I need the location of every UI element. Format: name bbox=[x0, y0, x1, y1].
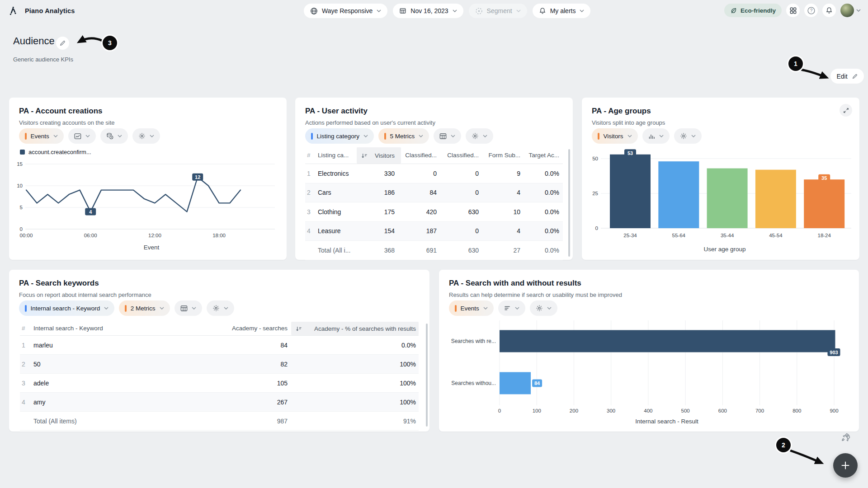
svg-text:53: 53 bbox=[627, 150, 633, 156]
column-header[interactable]: Academy - searches bbox=[187, 322, 291, 335]
card-title: PA - Account creations bbox=[19, 107, 277, 116]
chart-type-pill[interactable] bbox=[642, 128, 670, 144]
notifications-button[interactable] bbox=[822, 4, 836, 17]
svg-text:10: 10 bbox=[17, 183, 23, 188]
column-header[interactable]: Classified... bbox=[401, 147, 443, 164]
help-button[interactable]: ? bbox=[804, 4, 818, 17]
bell-icon bbox=[826, 7, 833, 14]
user-activity-table: #Listing ca...VisitorsClassified...Class… bbox=[305, 147, 563, 260]
table-cell: 50 bbox=[33, 361, 187, 368]
gear-icon bbox=[536, 305, 543, 312]
chart-type-pill[interactable] bbox=[434, 128, 461, 144]
table-cell: 0 bbox=[401, 170, 443, 177]
table-scrollbar[interactable] bbox=[426, 324, 428, 427]
card-controls: Events bbox=[449, 300, 557, 316]
table-cell: 630 bbox=[443, 247, 485, 254]
chart-type-pill[interactable] bbox=[498, 300, 525, 316]
table-cell: 3 bbox=[20, 380, 33, 387]
segment-label: Segment bbox=[487, 7, 512, 14]
svg-text:600: 600 bbox=[718, 408, 727, 413]
brand-area: Piano Analytics bbox=[9, 0, 75, 22]
table-cell: 0.0% bbox=[527, 247, 563, 254]
table-header-row: #Listing ca...VisitorsClassified...Class… bbox=[305, 147, 563, 164]
user-menu[interactable] bbox=[840, 4, 861, 17]
metric-color-bar bbox=[455, 305, 457, 312]
add-widget-fab[interactable] bbox=[833, 453, 858, 478]
column-header[interactable]: Target Ac... bbox=[527, 147, 563, 164]
segment-selector[interactable]: Segment bbox=[469, 4, 527, 18]
apps-grid-button[interactable] bbox=[786, 4, 800, 17]
svg-text:0: 0 bbox=[498, 408, 501, 413]
table-scrollbar[interactable] bbox=[568, 149, 570, 257]
column-header[interactable]: # bbox=[305, 147, 318, 164]
settings-pill[interactable] bbox=[530, 300, 557, 316]
date-picker[interactable]: Nov 16, 2023 bbox=[393, 4, 463, 18]
column-header[interactable]: Academy - % of searches with results bbox=[291, 322, 419, 335]
metric-pill-label: Visitors bbox=[604, 133, 623, 140]
metric-color-bar bbox=[384, 133, 386, 140]
settings-pill[interactable] bbox=[207, 300, 234, 316]
chevron-down-icon bbox=[451, 135, 455, 137]
chart-type-pill[interactable] bbox=[175, 300, 202, 316]
svg-text:200: 200 bbox=[570, 408, 578, 413]
rocket-icon bbox=[839, 432, 852, 445]
svg-text:?: ? bbox=[810, 8, 812, 13]
chevron-down-icon bbox=[453, 9, 457, 12]
dimension-color-bar bbox=[25, 305, 27, 312]
column-header[interactable]: Internal search - Keyword bbox=[33, 322, 187, 335]
table-cell: 4 bbox=[20, 399, 33, 406]
chevron-down-icon bbox=[691, 135, 696, 137]
card-user-activity: PA - User activity Actions performed bas… bbox=[295, 98, 573, 260]
chart-type-pill[interactable] bbox=[68, 128, 96, 144]
column-header[interactable]: Classified... bbox=[443, 147, 485, 164]
gear-icon bbox=[472, 132, 479, 140]
site-selector[interactable]: Waye Responsive bbox=[304, 4, 387, 18]
column-header[interactable]: # bbox=[20, 322, 33, 335]
settings-pill[interactable] bbox=[674, 128, 702, 144]
metric-pill-5-metrics[interactable]: 5 Metrics bbox=[378, 128, 429, 144]
data-source-clock-icon bbox=[106, 132, 113, 140]
table-cell: 3 bbox=[305, 208, 318, 216]
dimension-pill-listing-category[interactable]: Listing category bbox=[305, 128, 374, 144]
svg-text:15: 15 bbox=[17, 161, 23, 167]
my-alerts-selector[interactable]: My alerts bbox=[533, 4, 591, 18]
dimension-pill-internal-search-keyword[interactable]: Internal search - Keyword bbox=[19, 300, 114, 316]
settings-pill[interactable] bbox=[466, 128, 493, 144]
column-header[interactable]: Visitors bbox=[357, 147, 401, 164]
chevron-down-icon bbox=[150, 135, 154, 137]
card-search-keywords: PA - Search keywords Focus on report abo… bbox=[9, 270, 429, 432]
column-header[interactable]: Listing ca... bbox=[318, 147, 357, 164]
card-subtitle: Results can help determine if search or … bbox=[449, 291, 849, 298]
table-cell: 4 bbox=[485, 227, 527, 235]
metric-pill-2-metrics[interactable]: 2 Metrics bbox=[119, 300, 170, 316]
chevron-down-icon bbox=[483, 307, 488, 310]
dimension-pill-label: Internal search - Keyword bbox=[31, 305, 100, 312]
chevron-down-icon bbox=[104, 307, 108, 310]
gear-icon bbox=[212, 305, 220, 312]
svg-text:100: 100 bbox=[533, 408, 541, 413]
table-cell: Total (All i... bbox=[318, 247, 357, 254]
table-cell: 330 bbox=[357, 170, 401, 177]
expand-button[interactable] bbox=[840, 104, 852, 117]
legend-label: account.createconfirm... bbox=[28, 149, 91, 155]
data-source-pill[interactable] bbox=[100, 128, 128, 144]
table-row: 4Leasure154187040.0% bbox=[305, 222, 563, 241]
settings-pill[interactable] bbox=[132, 128, 160, 144]
eco-friendly-label: Eco-friendly bbox=[741, 7, 776, 14]
chevron-down-icon bbox=[659, 135, 664, 137]
edit-title-button[interactable] bbox=[56, 37, 69, 50]
annotation-arrow-2 bbox=[790, 450, 821, 463]
column-header[interactable]: Form Sub... bbox=[485, 147, 527, 164]
horizontal-bars-icon bbox=[504, 305, 511, 311]
metric-pill-visitors[interactable]: Visitors bbox=[592, 128, 638, 144]
eco-friendly-badge[interactable]: Eco-friendly bbox=[724, 4, 782, 17]
metric-pill-events[interactable]: Events bbox=[449, 300, 494, 316]
svg-text:25: 25 bbox=[592, 191, 598, 196]
svg-text:0: 0 bbox=[595, 225, 598, 231]
metric-pill-events[interactable]: Events bbox=[19, 128, 64, 144]
table-row: 2Cars18684040.0% bbox=[305, 183, 563, 203]
card-controls: Visitors bbox=[592, 128, 702, 144]
card-subtitle: Visitors split into age groups bbox=[592, 119, 849, 126]
edit-dashboard-button[interactable]: Edit bbox=[830, 69, 864, 84]
assistant-rocket-button[interactable] bbox=[839, 432, 852, 445]
